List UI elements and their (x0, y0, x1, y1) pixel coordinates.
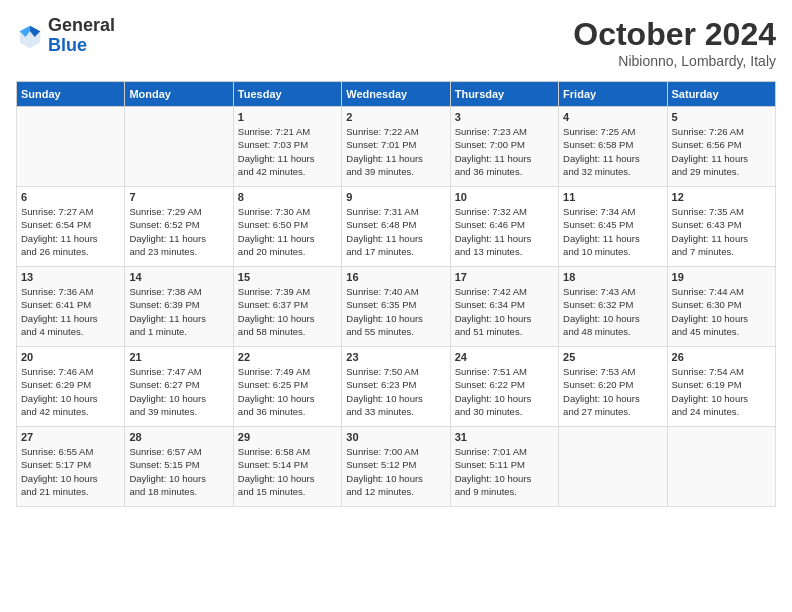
calendar-cell: 5Sunrise: 7:26 AM Sunset: 6:56 PM Daylig… (667, 107, 775, 187)
calendar-cell: 29Sunrise: 6:58 AM Sunset: 5:14 PM Dayli… (233, 427, 341, 507)
title-block: October 2024 Nibionno, Lombardy, Italy (573, 16, 776, 69)
calendar-cell: 25Sunrise: 7:53 AM Sunset: 6:20 PM Dayli… (559, 347, 667, 427)
day-number: 31 (455, 431, 554, 443)
day-info: Sunrise: 6:57 AM Sunset: 5:15 PM Dayligh… (129, 445, 228, 498)
day-info: Sunrise: 7:38 AM Sunset: 6:39 PM Dayligh… (129, 285, 228, 338)
calendar-cell (667, 427, 775, 507)
calendar-table: SundayMondayTuesdayWednesdayThursdayFrid… (16, 81, 776, 507)
calendar-cell: 21Sunrise: 7:47 AM Sunset: 6:27 PM Dayli… (125, 347, 233, 427)
calendar-cell: 8Sunrise: 7:30 AM Sunset: 6:50 PM Daylig… (233, 187, 341, 267)
calendar-cell: 31Sunrise: 7:01 AM Sunset: 5:11 PM Dayli… (450, 427, 558, 507)
day-info: Sunrise: 6:55 AM Sunset: 5:17 PM Dayligh… (21, 445, 120, 498)
day-info: Sunrise: 7:01 AM Sunset: 5:11 PM Dayligh… (455, 445, 554, 498)
day-info: Sunrise: 7:36 AM Sunset: 6:41 PM Dayligh… (21, 285, 120, 338)
calendar-cell (17, 107, 125, 187)
calendar-cell: 24Sunrise: 7:51 AM Sunset: 6:22 PM Dayli… (450, 347, 558, 427)
day-info: Sunrise: 7:53 AM Sunset: 6:20 PM Dayligh… (563, 365, 662, 418)
week-row-4: 20Sunrise: 7:46 AM Sunset: 6:29 PM Dayli… (17, 347, 776, 427)
day-number: 18 (563, 271, 662, 283)
day-info: Sunrise: 7:27 AM Sunset: 6:54 PM Dayligh… (21, 205, 120, 258)
day-number: 20 (21, 351, 120, 363)
day-info: Sunrise: 7:46 AM Sunset: 6:29 PM Dayligh… (21, 365, 120, 418)
day-number: 25 (563, 351, 662, 363)
calendar-body: 1Sunrise: 7:21 AM Sunset: 7:03 PM Daylig… (17, 107, 776, 507)
calendar-cell: 30Sunrise: 7:00 AM Sunset: 5:12 PM Dayli… (342, 427, 450, 507)
calendar-cell: 1Sunrise: 7:21 AM Sunset: 7:03 PM Daylig… (233, 107, 341, 187)
day-number: 26 (672, 351, 771, 363)
logo: General Blue (16, 16, 115, 56)
calendar-cell: 28Sunrise: 6:57 AM Sunset: 5:15 PM Dayli… (125, 427, 233, 507)
day-number: 2 (346, 111, 445, 123)
day-number: 29 (238, 431, 337, 443)
day-info: Sunrise: 7:32 AM Sunset: 6:46 PM Dayligh… (455, 205, 554, 258)
calendar-cell: 19Sunrise: 7:44 AM Sunset: 6:30 PM Dayli… (667, 267, 775, 347)
day-number: 3 (455, 111, 554, 123)
month-title: October 2024 (573, 16, 776, 53)
calendar-cell: 11Sunrise: 7:34 AM Sunset: 6:45 PM Dayli… (559, 187, 667, 267)
page-header: General Blue October 2024 Nibionno, Lomb… (16, 16, 776, 69)
calendar-cell: 4Sunrise: 7:25 AM Sunset: 6:58 PM Daylig… (559, 107, 667, 187)
calendar-cell (559, 427, 667, 507)
col-header-friday: Friday (559, 82, 667, 107)
calendar-cell: 10Sunrise: 7:32 AM Sunset: 6:46 PM Dayli… (450, 187, 558, 267)
logo-icon (16, 22, 44, 50)
week-row-2: 6Sunrise: 7:27 AM Sunset: 6:54 PM Daylig… (17, 187, 776, 267)
day-number: 19 (672, 271, 771, 283)
day-number: 17 (455, 271, 554, 283)
day-number: 22 (238, 351, 337, 363)
calendar-cell: 12Sunrise: 7:35 AM Sunset: 6:43 PM Dayli… (667, 187, 775, 267)
day-number: 13 (21, 271, 120, 283)
calendar-cell: 20Sunrise: 7:46 AM Sunset: 6:29 PM Dayli… (17, 347, 125, 427)
calendar-cell: 14Sunrise: 7:38 AM Sunset: 6:39 PM Dayli… (125, 267, 233, 347)
day-info: Sunrise: 7:29 AM Sunset: 6:52 PM Dayligh… (129, 205, 228, 258)
day-info: Sunrise: 7:42 AM Sunset: 6:34 PM Dayligh… (455, 285, 554, 338)
calendar-cell: 9Sunrise: 7:31 AM Sunset: 6:48 PM Daylig… (342, 187, 450, 267)
day-number: 23 (346, 351, 445, 363)
day-info: Sunrise: 7:25 AM Sunset: 6:58 PM Dayligh… (563, 125, 662, 178)
day-info: Sunrise: 7:34 AM Sunset: 6:45 PM Dayligh… (563, 205, 662, 258)
logo-general-text: General (48, 16, 115, 36)
calendar-cell: 3Sunrise: 7:23 AM Sunset: 7:00 PM Daylig… (450, 107, 558, 187)
day-number: 14 (129, 271, 228, 283)
day-number: 30 (346, 431, 445, 443)
day-number: 28 (129, 431, 228, 443)
col-header-wednesday: Wednesday (342, 82, 450, 107)
week-row-5: 27Sunrise: 6:55 AM Sunset: 5:17 PM Dayli… (17, 427, 776, 507)
day-info: Sunrise: 7:31 AM Sunset: 6:48 PM Dayligh… (346, 205, 445, 258)
day-info: Sunrise: 7:49 AM Sunset: 6:25 PM Dayligh… (238, 365, 337, 418)
week-row-1: 1Sunrise: 7:21 AM Sunset: 7:03 PM Daylig… (17, 107, 776, 187)
day-number: 8 (238, 191, 337, 203)
day-info: Sunrise: 7:51 AM Sunset: 6:22 PM Dayligh… (455, 365, 554, 418)
calendar-cell: 23Sunrise: 7:50 AM Sunset: 6:23 PM Dayli… (342, 347, 450, 427)
day-info: Sunrise: 7:00 AM Sunset: 5:12 PM Dayligh… (346, 445, 445, 498)
calendar-cell (125, 107, 233, 187)
calendar-cell: 6Sunrise: 7:27 AM Sunset: 6:54 PM Daylig… (17, 187, 125, 267)
logo-blue-text: Blue (48, 36, 115, 56)
col-header-thursday: Thursday (450, 82, 558, 107)
day-info: Sunrise: 7:39 AM Sunset: 6:37 PM Dayligh… (238, 285, 337, 338)
location-text: Nibionno, Lombardy, Italy (573, 53, 776, 69)
col-header-monday: Monday (125, 82, 233, 107)
day-number: 10 (455, 191, 554, 203)
day-number: 16 (346, 271, 445, 283)
calendar-cell: 27Sunrise: 6:55 AM Sunset: 5:17 PM Dayli… (17, 427, 125, 507)
calendar-cell: 13Sunrise: 7:36 AM Sunset: 6:41 PM Dayli… (17, 267, 125, 347)
day-info: Sunrise: 7:26 AM Sunset: 6:56 PM Dayligh… (672, 125, 771, 178)
day-info: Sunrise: 6:58 AM Sunset: 5:14 PM Dayligh… (238, 445, 337, 498)
calendar-cell: 7Sunrise: 7:29 AM Sunset: 6:52 PM Daylig… (125, 187, 233, 267)
day-number: 12 (672, 191, 771, 203)
day-info: Sunrise: 7:40 AM Sunset: 6:35 PM Dayligh… (346, 285, 445, 338)
col-header-tuesday: Tuesday (233, 82, 341, 107)
day-number: 9 (346, 191, 445, 203)
day-number: 15 (238, 271, 337, 283)
calendar-cell: 18Sunrise: 7:43 AM Sunset: 6:32 PM Dayli… (559, 267, 667, 347)
calendar-cell: 22Sunrise: 7:49 AM Sunset: 6:25 PM Dayli… (233, 347, 341, 427)
day-info: Sunrise: 7:47 AM Sunset: 6:27 PM Dayligh… (129, 365, 228, 418)
day-info: Sunrise: 7:35 AM Sunset: 6:43 PM Dayligh… (672, 205, 771, 258)
header-row: SundayMondayTuesdayWednesdayThursdayFrid… (17, 82, 776, 107)
day-number: 4 (563, 111, 662, 123)
day-info: Sunrise: 7:44 AM Sunset: 6:30 PM Dayligh… (672, 285, 771, 338)
calendar-cell: 2Sunrise: 7:22 AM Sunset: 7:01 PM Daylig… (342, 107, 450, 187)
day-info: Sunrise: 7:43 AM Sunset: 6:32 PM Dayligh… (563, 285, 662, 338)
week-row-3: 13Sunrise: 7:36 AM Sunset: 6:41 PM Dayli… (17, 267, 776, 347)
